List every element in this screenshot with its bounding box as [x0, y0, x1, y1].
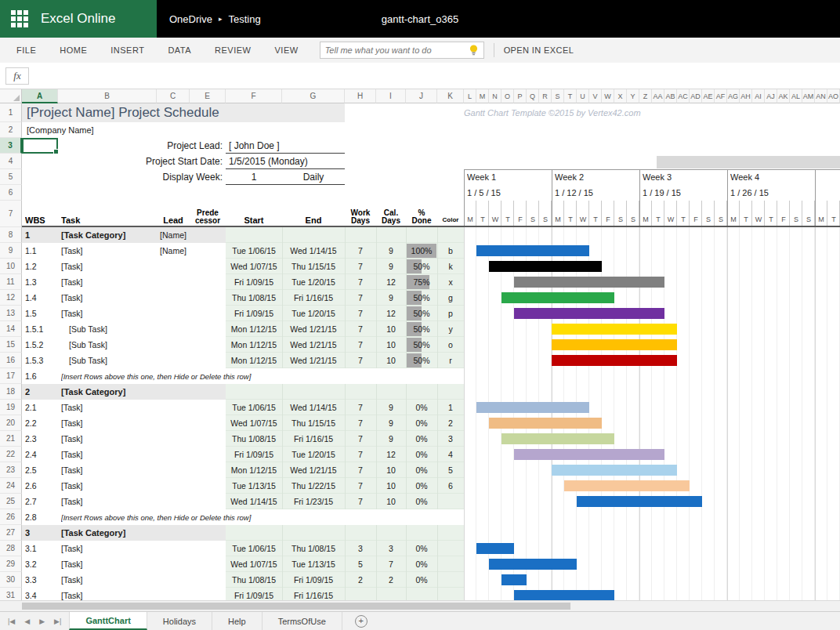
column-header-E[interactable]: E	[190, 89, 226, 103]
worksheet-grid[interactable]: ABCEFGHIJKLMNOPQRSTUVWXYZAAABACADAEAFAGA…	[0, 89, 840, 600]
cell-I30[interactable]: 2	[376, 572, 406, 588]
formula-input[interactable]	[35, 67, 840, 85]
column-header-AF[interactable]: AF	[715, 89, 727, 103]
cell-J28[interactable]: 0%	[406, 541, 437, 556]
cell-I22[interactable]: 12	[376, 447, 406, 462]
cell-A9[interactable]: 1.1	[25, 243, 58, 259]
cell-H16[interactable]: 7	[345, 353, 376, 368]
cell-B20[interactable]: [Task]	[61, 415, 157, 431]
day-letter[interactable]: M	[552, 212, 564, 227]
day-letter[interactable]: M	[815, 212, 827, 227]
cell-B21[interactable]: [Task]	[61, 431, 157, 447]
row-header-13[interactable]: 13	[0, 306, 22, 321]
row-header-23[interactable]: 23	[0, 462, 22, 478]
cell-B15[interactable]: [Sub Task]	[69, 337, 165, 353]
cell-G14[interactable]: Wed 1/21/15	[282, 321, 345, 337]
column-header-T[interactable]: T	[564, 89, 577, 103]
cell-K9[interactable]: b	[437, 243, 464, 259]
cell-A20[interactable]: 2.2	[25, 415, 58, 431]
cell-I25[interactable]: 10	[376, 494, 406, 509]
row-header-22[interactable]: 22	[0, 447, 22, 462]
menu-file[interactable]: FILE	[5, 45, 48, 55]
sheet-tab-help[interactable]: Help	[212, 612, 262, 630]
cell-J14[interactable]: 50%	[406, 321, 437, 337]
add-sheet-button[interactable]: +	[355, 615, 368, 628]
cell-A30[interactable]: 3.3	[25, 572, 58, 588]
week-date-4[interactable]: 1 / 26 / 15	[730, 185, 812, 201]
day-letter[interactable]: F	[777, 212, 790, 227]
table-header-work[interactable]: Work Days	[345, 201, 376, 227]
cell-B29[interactable]: [Task]	[61, 556, 157, 572]
cell-A23[interactable]: 2.5	[25, 462, 58, 478]
cell-I13[interactable]: 12	[376, 306, 406, 321]
horizontal-scrollbar[interactable]	[0, 600, 840, 611]
field-label-0[interactable]: Project Lead:	[78, 138, 223, 154]
week-date-3[interactable]: 1 / 19 / 15	[643, 185, 724, 201]
cell-F24[interactable]: Tue 1/13/15	[226, 478, 282, 494]
row-header-30[interactable]: 30	[0, 572, 22, 588]
cell-K22[interactable]: 4	[437, 447, 464, 462]
table-header-done[interactable]: % Done	[406, 201, 437, 227]
cell-I21[interactable]: 9	[376, 431, 406, 447]
cell-F25[interactable]: Wed 1/14/15	[226, 494, 282, 509]
row-header-1[interactable]: 1	[0, 103, 22, 122]
row-header-4[interactable]: 4	[0, 154, 22, 169]
cell-J19[interactable]: 0%	[406, 400, 437, 415]
day-letter[interactable]: M	[464, 212, 476, 227]
day-letter[interactable]: S	[790, 212, 802, 227]
column-header-I[interactable]: I	[376, 89, 406, 103]
menu-view[interactable]: VIEW	[263, 45, 310, 55]
row-header-2[interactable]: 2	[0, 122, 22, 138]
cell-J31[interactable]	[406, 588, 437, 600]
cell-I14[interactable]: 10	[376, 321, 406, 337]
cell-J9[interactable]: 100%	[406, 243, 437, 259]
cell-F28[interactable]: Tue 1/06/15	[226, 541, 282, 556]
cell-K13[interactable]: p	[437, 306, 464, 321]
tell-me-input[interactable]	[325, 45, 464, 55]
cell-H15[interactable]: 7	[345, 337, 376, 353]
cell-I20[interactable]: 9	[376, 415, 406, 431]
field-label-2[interactable]: Display Week:	[78, 169, 223, 185]
row-header-7[interactable]: 7	[0, 201, 22, 227]
cell-F9[interactable]: Tue 1/06/15	[226, 243, 282, 259]
cell-B25[interactable]: [Task]	[61, 494, 157, 509]
cell-B31[interactable]: [Task]	[61, 588, 157, 600]
cell-G5[interactable]: Daily	[282, 169, 345, 185]
cell-G20[interactable]: Thu 1/15/15	[282, 415, 345, 431]
cell-K14[interactable]: y	[437, 321, 464, 337]
cell-A22[interactable]: 2.4	[25, 447, 58, 462]
column-header-J[interactable]: J	[406, 89, 437, 103]
cell-A13[interactable]: 1.5	[25, 306, 58, 321]
cell-G25[interactable]: Fri 1/23/15	[282, 494, 345, 509]
cell-G24[interactable]: Thu 1/22/15	[282, 478, 345, 494]
row-header-15[interactable]: 15	[0, 337, 22, 353]
cell-F12[interactable]: Thu 1/08/15	[226, 290, 282, 306]
row-header-26[interactable]: 26	[0, 509, 22, 525]
row-header-31[interactable]: 31	[0, 588, 22, 600]
row-header-24[interactable]: 24	[0, 478, 22, 494]
menu-data[interactable]: DATA	[156, 45, 203, 55]
breadcrumb-folder[interactable]: Testing	[228, 13, 260, 25]
cell-I11[interactable]: 12	[376, 274, 406, 290]
column-header-S[interactable]: S	[552, 89, 564, 103]
day-letter[interactable]: S	[702, 212, 715, 227]
app-brand[interactable]: Excel Online	[0, 0, 157, 38]
cell-H12[interactable]: 7	[345, 290, 376, 306]
cell-B22[interactable]: [Task]	[61, 447, 157, 462]
cell-A19[interactable]: 2.1	[25, 400, 58, 415]
sheet-tab-holidays[interactable]: Holidays	[147, 612, 212, 630]
column-header-O[interactable]: O	[501, 89, 514, 103]
day-letter[interactable]: T	[652, 212, 664, 227]
cell-G11[interactable]: Tue 1/20/15	[282, 274, 345, 290]
cell-K10[interactable]: k	[437, 259, 464, 274]
day-letter[interactable]: F	[690, 212, 702, 227]
menu-home[interactable]: HOME	[48, 45, 99, 55]
cell-J22[interactable]: 0%	[406, 447, 437, 462]
cell-A25[interactable]: 2.7	[25, 494, 58, 509]
cell-A2[interactable]: [Company Name]	[27, 122, 199, 138]
cell-A26[interactable]: 2.8	[25, 509, 58, 525]
cell-J23[interactable]: 0%	[406, 462, 437, 478]
cell-B12[interactable]: [Task]	[61, 290, 157, 306]
cell-K23[interactable]: 5	[437, 462, 464, 478]
cell-G19[interactable]: Wed 1/14/15	[282, 400, 345, 415]
